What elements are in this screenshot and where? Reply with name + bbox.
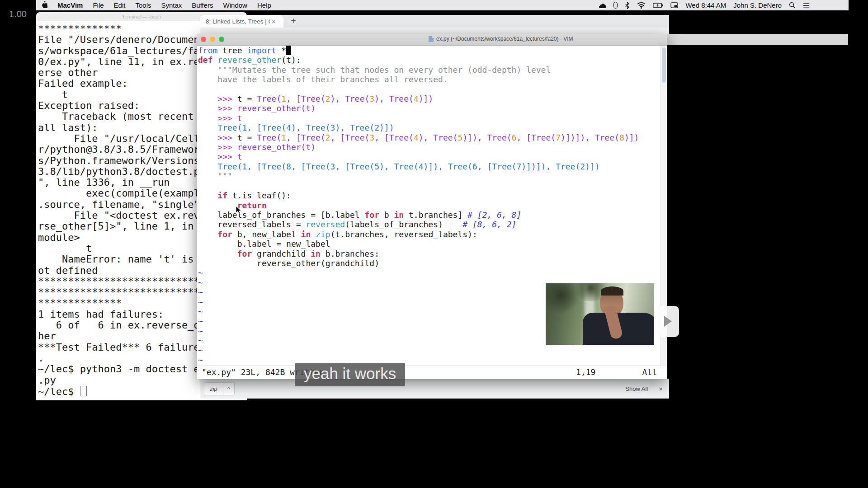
menu-macvim[interactable]: MacVim xyxy=(52,1,88,9)
minimize-window-button[interactable] xyxy=(210,37,215,42)
terminal-title: Terminal — -bash xyxy=(122,14,161,19)
playback-speed-label: 1.00 xyxy=(9,9,27,19)
wifi-icon[interactable] xyxy=(637,2,646,9)
background-window-strip xyxy=(667,34,848,45)
notification-center-icon[interactable] xyxy=(803,3,810,8)
vim-window-title: ex.py (~/Documents/workspace/61a_lecture… xyxy=(429,36,573,42)
menu-window[interactable]: Window xyxy=(218,1,252,9)
browser-toolbar-edge xyxy=(200,28,669,34)
downloads-bar: zip ^ Show All × xyxy=(200,379,669,399)
new-tab-button[interactable]: + xyxy=(291,16,296,28)
menu-bar-user[interactable]: John S. DeNero xyxy=(733,1,782,9)
terminal-prompt: ~/lec$ xyxy=(38,386,80,397)
video-caption: yeah it works xyxy=(295,363,405,386)
document-icon xyxy=(429,36,434,42)
lecturer-hair xyxy=(601,286,623,296)
bluetooth-icon[interactable] xyxy=(625,2,630,9)
spotlight-search-icon[interactable] xyxy=(789,2,796,9)
downloads-bar-close-icon[interactable]: × xyxy=(659,385,663,393)
apple-menu[interactable] xyxy=(36,1,52,10)
zoom-window-button[interactable] xyxy=(219,37,224,42)
menu-edit[interactable]: Edit xyxy=(109,1,131,9)
menu-help[interactable]: Help xyxy=(252,1,276,9)
tab-title: 8: Linked Lists, Trees | CS xyxy=(206,18,270,25)
browser-tab-linked-lists-trees[interactable]: 8: Linked Lists, Trees | CS × xyxy=(200,15,283,28)
terminal-cursor xyxy=(80,386,87,396)
menu-bar-clock[interactable]: Wed 8:44 AM xyxy=(685,1,726,9)
close-window-button[interactable] xyxy=(201,37,206,42)
vim-status-line: "ex.py" 23L, 842B written 1,19 All xyxy=(197,365,667,379)
show-all-downloads-button[interactable]: Show All xyxy=(625,385,648,392)
menu-file[interactable]: File xyxy=(88,1,108,9)
play-button-overlay[interactable] xyxy=(658,306,679,337)
vim-title-bar[interactable]: ex.py (~/Documents/workspace/61a_lecture… xyxy=(197,34,667,46)
vim-scrollbar-thumb[interactable] xyxy=(662,47,666,83)
screen-recording: 1.00 MacVim File Edit Tools Syntax Buffe… xyxy=(0,0,868,488)
vim-scroll-indicator: All xyxy=(642,367,657,377)
cloud-status-icon[interactable] xyxy=(599,3,606,8)
menu-tools[interactable]: Tools xyxy=(130,1,156,9)
macos-menu-bar: MacVim File Edit Tools Syntax Buffers Wi… xyxy=(36,0,849,10)
display-preferences-icon[interactable] xyxy=(670,2,678,8)
tab-close-icon[interactable]: × xyxy=(272,18,276,25)
download-chevron-icon[interactable]: ^ xyxy=(223,385,234,392)
menu-buffers[interactable]: Buffers xyxy=(187,1,218,9)
vim-cursor-position: 1,19 xyxy=(576,367,595,377)
status-pill-icon[interactable] xyxy=(613,2,618,9)
download-filename[interactable]: zip xyxy=(204,385,223,392)
mouse-pointer xyxy=(236,206,242,215)
battery-charging-icon[interactable] xyxy=(653,3,663,8)
lecturer-video-thumbnail xyxy=(546,283,654,345)
apple-logo-icon xyxy=(41,1,47,9)
browser-tab-strip: 8: Linked Lists, Trees | CS × + xyxy=(200,15,669,28)
menu-syntax[interactable]: Syntax xyxy=(156,1,187,9)
download-item-zip[interactable]: zip ^ xyxy=(204,382,235,395)
play-icon xyxy=(664,316,672,327)
